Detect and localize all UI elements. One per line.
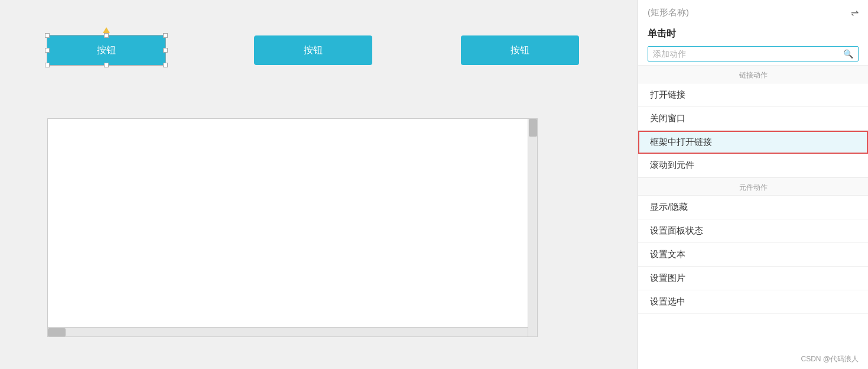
handle-tr[interactable] bbox=[163, 33, 168, 38]
section-click-label: 单击时 bbox=[638, 23, 868, 44]
action-open-link[interactable]: 打开链接 bbox=[638, 83, 868, 107]
settings-icon[interactable]: ⇌ bbox=[851, 7, 859, 18]
top-indicator bbox=[103, 27, 110, 33]
handle-br[interactable] bbox=[163, 63, 168, 67]
element-actions-divider: 元件动作 bbox=[638, 177, 868, 196]
canvas-button-2[interactable]: 按钮 bbox=[254, 35, 372, 65]
handle-bm[interactable] bbox=[104, 63, 109, 67]
panel-body: 链接动作 打开链接 关闭窗口 框架中打开链接 滚动到元件 元件动作 显示/隐藏 … bbox=[638, 62, 868, 369]
scrollbar-vertical[interactable] bbox=[528, 119, 537, 336]
canvas-button-1[interactable]: 按钮 bbox=[47, 35, 165, 65]
action-show-hide[interactable]: 显示/隐藏 bbox=[638, 196, 868, 219]
action-close-window[interactable]: 关闭窗口 bbox=[638, 107, 868, 131]
scrollbar-v-thumb[interactable] bbox=[529, 119, 537, 137]
search-icon: 🔍 bbox=[843, 49, 853, 59]
action-set-text[interactable]: 设置文本 bbox=[638, 243, 868, 267]
handle-bl[interactable] bbox=[45, 63, 50, 67]
buttons-row: 按钮 按钮 按钮 bbox=[47, 35, 579, 65]
canvas-button-3[interactable]: 按钮 bbox=[461, 35, 579, 65]
canvas-area: 按钮 按钮 按钮 bbox=[0, 0, 638, 369]
link-actions-divider: 链接动作 bbox=[638, 65, 868, 83]
search-bar: 🔍 bbox=[648, 46, 859, 62]
iframe-container bbox=[47, 118, 538, 337]
scrollbar-horizontal[interactable] bbox=[48, 327, 528, 336]
action-set-image[interactable]: 设置图片 bbox=[638, 267, 868, 290]
action-set-selected[interactable]: 设置选中 bbox=[638, 290, 868, 314]
scrollbar-h-thumb[interactable] bbox=[48, 328, 66, 336]
action-open-link-in-frame[interactable]: 框架中打开链接 bbox=[638, 131, 868, 154]
selected-button-wrapper: 按钮 bbox=[47, 35, 165, 65]
panel-header: (矩形名称) ⇌ bbox=[638, 0, 868, 23]
panel-title: (矩形名称) bbox=[648, 7, 689, 18]
handle-tl[interactable] bbox=[45, 33, 50, 38]
handle-mr[interactable] bbox=[163, 48, 168, 53]
handle-ml[interactable] bbox=[45, 48, 50, 53]
handle-tm[interactable] bbox=[104, 33, 109, 38]
action-set-panel-state[interactable]: 设置面板状态 bbox=[638, 219, 868, 243]
button-wrapper-3: 按钮 bbox=[461, 35, 579, 65]
search-input[interactable] bbox=[653, 49, 843, 59]
action-scroll-to-element[interactable]: 滚动到元件 bbox=[638, 154, 868, 177]
csdn-watermark: CSDN @代码浪人 bbox=[801, 354, 859, 364]
right-panel: (矩形名称) ⇌ 单击时 🔍 链接动作 打开链接 关闭窗口 框架中打开链接 滚动… bbox=[638, 0, 868, 369]
button-wrapper-2: 按钮 bbox=[254, 35, 372, 65]
